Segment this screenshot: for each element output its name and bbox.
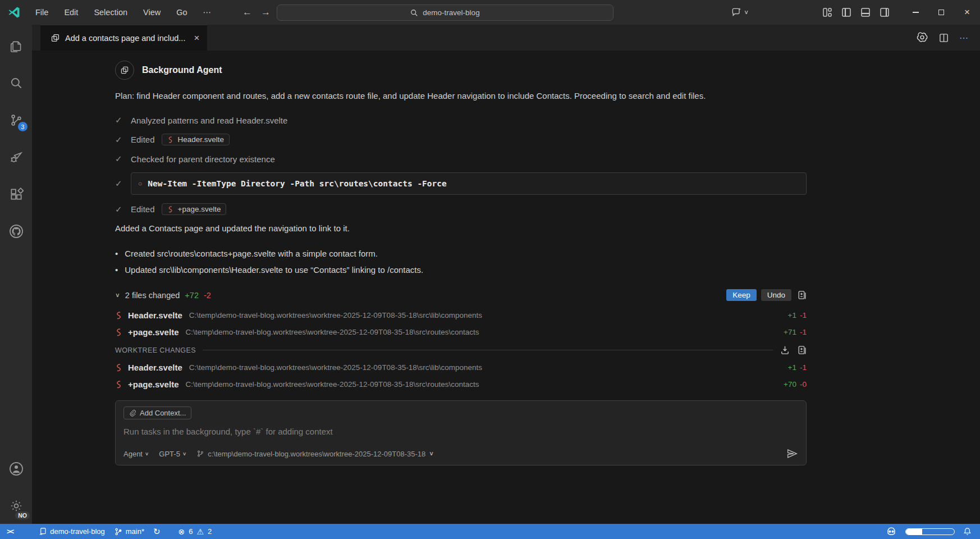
run-debug-icon[interactable]: [0, 143, 32, 172]
settings-gear-icon[interactable]: NO: [0, 491, 32, 520]
changed-file-row[interactable]: +page.svelte C:\temp\demo-travel-blog.wo…: [115, 323, 807, 340]
search-view-icon[interactable]: [0, 68, 32, 98]
file-chip-page-svelte[interactable]: +page.svelte: [162, 203, 227, 215]
file-added: +1: [788, 311, 796, 319]
file-name: Header.svelte: [128, 363, 182, 372]
worktree-file-row[interactable]: +page.svelte C:\temp\demo-travel-blog.wo…: [115, 376, 807, 392]
tab-close-icon[interactable]: ×: [194, 33, 199, 44]
branch-status-item[interactable]: main*: [109, 524, 149, 539]
menu-bar: File Edit Selection View Go ⋯: [29, 6, 218, 19]
file-removed: -1: [800, 328, 807, 336]
send-icon[interactable]: [786, 447, 798, 460]
worktree-dropdown[interactable]: c:\temp\demo-travel-blog.worktrees\workt…: [196, 450, 434, 458]
toggle-primary-sidebar-icon[interactable]: [841, 7, 852, 18]
step-analyzed: ✓ Analyzed patterns and read Header.svel…: [115, 115, 807, 125]
toggle-panel-icon[interactable]: [860, 7, 871, 18]
chat-input[interactable]: Run tasks in the background, type `#` fo…: [123, 427, 798, 436]
check-icon: ✓: [115, 135, 124, 145]
keep-button[interactable]: Keep: [726, 289, 757, 301]
editor-tab-bar: Add a contacts page and includ... × ⋯: [32, 25, 980, 51]
status-bar: >< demo-travel-blog main* ↻ ⊗ 6 ⚠ 2: [0, 524, 980, 539]
scm-badge: 3: [18, 122, 28, 131]
model-label: GPT-5: [159, 450, 180, 458]
agent-summary-text: Added a Contacts page and updated the na…: [115, 223, 807, 233]
apply-changes-icon[interactable]: [780, 345, 790, 355]
bullet-item: • Created src\routes\contacts+page.svelt…: [115, 245, 807, 262]
svelte-icon: [167, 136, 174, 143]
editor-more-actions-icon[interactable]: ⋯: [959, 33, 969, 43]
warning-icon: ⚠: [197, 527, 204, 536]
terminal-command-box: ○ New-Item -ItemType Directory -Path src…: [131, 172, 807, 195]
back-icon[interactable]: ←: [242, 7, 252, 18]
file-removed: -0: [800, 380, 807, 389]
branch-name: main*: [126, 527, 144, 536]
remote-indicator[interactable]: ><: [0, 524, 21, 539]
github-icon[interactable]: [0, 217, 32, 246]
changed-file-row[interactable]: Header.svelte C:\temp\demo-travel-blog.w…: [115, 307, 807, 323]
chat-composer[interactable]: Add Context... Run tasks in the backgrou…: [115, 400, 807, 465]
chat-sparkle-icon: [731, 7, 742, 18]
undo-button[interactable]: Undo: [761, 289, 791, 301]
terminal-status-icon: ○: [138, 180, 142, 188]
mode-dropdown[interactable]: Agent ∨: [123, 450, 149, 458]
command-center-search[interactable]: demo-travel-blog: [277, 4, 613, 21]
file-name: +page.svelte: [128, 327, 178, 337]
file-path: C:\temp\demo-travel-blog.worktrees\workt…: [185, 328, 479, 336]
close-button[interactable]: ×: [954, 0, 980, 25]
view-diff-icon[interactable]: [796, 290, 807, 300]
model-dropdown[interactable]: GPT-5 ∨: [159, 450, 186, 458]
step-command: ✓ ○ New-Item -ItemType Directory -Path s…: [115, 172, 807, 195]
file-chip-header-svelte[interactable]: Header.svelte: [162, 134, 230, 145]
warning-count: 2: [208, 527, 212, 536]
menu-more-icon[interactable]: ⋯: [196, 6, 218, 19]
collapse-chevron-icon[interactable]: ∨: [115, 292, 120, 299]
explorer-icon[interactable]: [0, 31, 32, 61]
toggle-secondary-sidebar-icon[interactable]: [879, 7, 890, 18]
branch-icon: [196, 450, 204, 458]
bullet-icon: •: [115, 262, 118, 278]
menu-selection[interactable]: Selection: [87, 6, 134, 19]
chat-toggle-button[interactable]: ∨: [731, 7, 749, 18]
add-context-label: Add Context...: [140, 409, 186, 417]
repo-status-item[interactable]: demo-travel-blog: [34, 524, 109, 539]
remote-repo-icon: [39, 527, 47, 536]
worktree-file-row[interactable]: Header.svelte C:\temp\demo-travel-blog.w…: [115, 359, 807, 376]
edited-label: Edited: [131, 204, 155, 214]
file-added: +70: [784, 380, 796, 389]
menu-go[interactable]: Go: [170, 6, 194, 19]
customize-layout-icon[interactable]: [822, 7, 833, 18]
bullet-text: Updated src\lib\components\Header.svelte…: [125, 262, 423, 278]
minimize-button[interactable]: [903, 0, 928, 25]
source-control-icon[interactable]: 3: [0, 106, 32, 135]
copilot-icon[interactable]: [885, 526, 897, 538]
svelte-icon: [115, 328, 123, 336]
menu-edit[interactable]: Edit: [57, 6, 85, 19]
chevron-down-icon: ∨: [182, 451, 186, 456]
file-removed: -1: [800, 311, 807, 319]
check-icon: ✓: [115, 179, 124, 189]
repo-name: demo-travel-blog: [50, 527, 105, 536]
files-changed-header[interactable]: ∨ 2 files changed +72 -2 Keep Undo: [115, 289, 807, 301]
split-editor-icon[interactable]: [938, 33, 949, 43]
menu-file[interactable]: File: [29, 6, 55, 19]
maximize-button[interactable]: [928, 0, 954, 25]
sync-button[interactable]: ↻: [149, 524, 165, 539]
chevron-down-icon: ∨: [744, 9, 749, 16]
account-icon[interactable]: [0, 454, 32, 483]
extensions-icon[interactable]: [0, 180, 32, 209]
menu-view[interactable]: View: [136, 6, 167, 19]
view-diff-icon[interactable]: [796, 345, 807, 355]
svelte-icon: [167, 205, 174, 213]
add-context-button[interactable]: Add Context...: [123, 406, 191, 419]
bell-icon[interactable]: [963, 527, 972, 536]
step-edited-header: ✓ Edited Header.svelte: [115, 134, 807, 145]
worktree-changes-label: WORKTREE CHANGES: [115, 346, 196, 354]
forward-icon[interactable]: →: [261, 7, 271, 18]
problems-item[interactable]: ⊗ 6 ⚠ 2: [174, 524, 217, 539]
chevron-down-icon: ∨: [145, 451, 149, 456]
agent-title: Background Agent: [142, 65, 222, 75]
search-icon: [410, 9, 418, 17]
file-name: +page.svelte: [128, 380, 178, 389]
tab-background-agent[interactable]: Add a contacts page and includ... ×: [40, 25, 207, 51]
openai-logo-icon[interactable]: [916, 31, 928, 44]
